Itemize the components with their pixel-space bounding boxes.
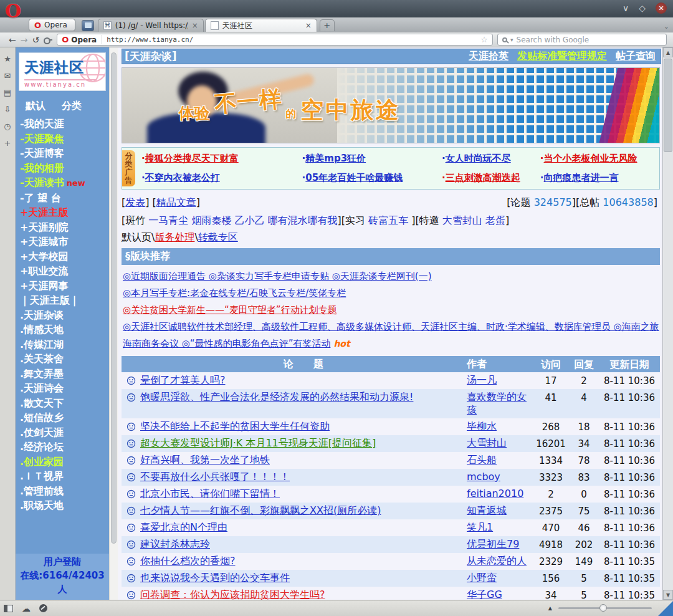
sidebar-item[interactable]: -我的相册 (20, 161, 109, 176)
tab-close-icon[interactable]: × (192, 21, 198, 30)
tab-list-chevron-icon[interactable]: ⌄ (664, 22, 669, 31)
sidebar-item[interactable]: .情感天地 (20, 322, 109, 337)
key-icon[interactable] (44, 37, 52, 42)
sidebar-item[interactable]: -了 望 台 (20, 191, 109, 206)
topic-author-link[interactable]: 笑凡1 (467, 521, 533, 534)
url-text[interactable]: http://www.tianya.cn/ (107, 36, 476, 44)
panel-icon[interactable]: ⇩ (4, 105, 11, 114)
ad-link[interactable]: ·三点刺激高潮迭起 (442, 172, 540, 184)
zoom-slider[interactable] (558, 607, 652, 609)
topic-author-link[interactable]: 小野蛮 (467, 572, 533, 585)
panel-icon[interactable]: + (4, 139, 11, 148)
resize-grip[interactable] (658, 601, 673, 616)
restore-button[interactable]: ◇ (639, 2, 646, 14)
sidebar-tab-category[interactable]: 分类 (62, 100, 82, 113)
panel-icon[interactable]: ◷ (4, 122, 11, 131)
sidebar-item[interactable]: +大学校园 (20, 249, 109, 264)
topic-title-link[interactable]: 建议封杀林志玲 (140, 538, 467, 551)
tianya-logo[interactable]: 天涯社区 www.tianya.cn (19, 52, 106, 91)
browser-tab[interactable]: 天涯社区 × (205, 19, 317, 32)
announcement-line[interactable]: ◎近期版面治理通告 ◎杂谈实力写手专栏申请专贴 ◎天涯杂谈专栏网刊(一) (123, 268, 661, 285)
online-count-link[interactable]: 在线:6164/42403人 (20, 570, 104, 595)
featured-posts-link[interactable]: 精品文章 (156, 196, 196, 208)
sidebar-item[interactable]: .天涯杂谈 (20, 308, 109, 323)
opera-turbo-icon[interactable] (39, 604, 47, 612)
sidebar-item[interactable]: .短信故乡 (20, 410, 109, 425)
announcement-line[interactable]: ◎关注贫困大学新生——“麦田守望者”行动计划专题 (123, 302, 661, 319)
sidebar-item[interactable]: .天涯诗会 (20, 381, 109, 396)
board-header-link[interactable]: 发贴标准暨管理规定 (517, 50, 607, 63)
ad-link[interactable]: ·女人时尚玩不尽 (442, 153, 540, 165)
sidebar-item[interactable]: -天涯博客 (20, 146, 109, 161)
sidebar-scrollbar[interactable] (109, 47, 118, 600)
topic-title-link[interactable]: 问卷调查：你认为应该捐助贫困大学生吗? (140, 589, 467, 600)
sidebar-item[interactable]: .关天茶舍 (20, 352, 109, 367)
ad-link[interactable]: ·精美mp3狂价 (302, 153, 442, 165)
board-page-tab[interactable]: 版务处理 (155, 231, 194, 243)
topic-title-link[interactable]: 超女大赛发型设计师J·K 本月11号现身天涯[提问征集] (140, 437, 467, 450)
moderator-segment[interactable]: 老蛋 (485, 214, 505, 226)
page-scrollbar[interactable]: ▲ ▼ (662, 47, 673, 600)
sidebar-item[interactable]: .管理前线 (20, 484, 109, 499)
board-page-tab[interactable]: 转载专区 (198, 231, 238, 243)
topic-title-link[interactable]: 不要再放什么小兵张嘎了！！！！ (140, 471, 467, 484)
sidebar-item[interactable]: .经济论坛 (20, 440, 109, 455)
board-header-link[interactable]: 帖子查询 (616, 50, 656, 63)
sidebar-item[interactable]: +天涯别院 (20, 220, 109, 235)
topic-author-link[interactable]: 汤一凡 (467, 374, 533, 387)
sidebar-item[interactable]: .散文天下 (20, 396, 109, 411)
moderator-segment[interactable]: ] (505, 214, 509, 226)
sidebar-item[interactable]: .职场天地 (20, 498, 109, 513)
sidebar-item[interactable]: +职业交流 (20, 264, 109, 279)
ad-banner[interactable]: 体验 不一样 的 空中旅途 (122, 67, 660, 143)
moderator-segment[interactable]: 哪有混水哪有我 (268, 214, 338, 226)
moderator-segment[interactable]: ][特邀 (408, 214, 442, 226)
zoom-slider-handle[interactable] (599, 604, 607, 612)
panel-toggle-icon[interactable] (4, 605, 13, 612)
topic-author-link[interactable]: 毕柳水 (467, 420, 533, 433)
sidebar-item[interactable]: -天涯聚焦 (20, 132, 109, 147)
sidebar-item[interactable]: +天涯网事 (20, 279, 109, 294)
sidebar-item[interactable]: .舞文弄墨 (20, 367, 109, 382)
sidebar-item[interactable]: .仗剑天涯 (20, 425, 109, 440)
topic-author-link[interactable]: mcboy (467, 471, 533, 483)
panel-icon[interactable]: ★ (4, 55, 11, 64)
topic-title-link[interactable]: 饱暖思淫欲、性产业合法化是经济发展的必然结果和动力源泉! (140, 391, 467, 404)
sidebar-item[interactable]: +天涯主版 (20, 205, 109, 220)
board-page-tab[interactable]: 默认页 (122, 231, 151, 243)
moderator-segment[interactable]: ][实习 (338, 214, 369, 226)
sidebar-item[interactable]: +天涯城市 (20, 234, 109, 249)
moderator-segment[interactable]: [斑竹 (122, 214, 148, 226)
sidebar-item[interactable]: ｜天涯主版｜ (20, 293, 109, 308)
topic-author-link[interactable]: 石头船 (467, 454, 533, 467)
topic-title-link[interactable]: 喜爱北京的N个理由 (140, 521, 467, 534)
moderator-segment[interactable]: 砖富五车 (368, 214, 408, 226)
panel-icon[interactable]: ▤ (4, 89, 11, 97)
close-button[interactable]: ✕ (656, 2, 667, 14)
topic-title-link[interactable]: 七夕情人节——红旗不倒、彩旗飘飘之XX招(厕所必读) (140, 504, 467, 517)
moderator-segment[interactable]: 一马青尘 (148, 214, 188, 226)
bookmark-star-icon[interactable]: ☆ (480, 35, 488, 44)
sidebar-item[interactable]: .ＩＴ视界 (20, 469, 109, 484)
announcement-line[interactable]: ◎天涯社区诚聘软件技术部经理、高级软件工程师、高级多媒体设计师、天涯社区主编、时… (123, 319, 661, 352)
topic-author-link[interactable]: 知青返城 (467, 504, 533, 517)
moderator-segment[interactable]: 烟雨秦楼 (191, 214, 231, 226)
opera-menu-button[interactable]: O Opera (29, 19, 75, 31)
topic-title-link[interactable]: 晕倒了才算美人吗? (140, 374, 467, 387)
topic-title-link[interactable]: 也来说说我今天遇到的公交车事件 (140, 572, 467, 585)
search-engine-chevron-icon[interactable]: ▾ (510, 37, 513, 43)
topic-author-link[interactable]: 大雪封山 (467, 437, 533, 450)
ad-link[interactable]: ·向疤痕患者进一言 (540, 172, 659, 184)
moderator-segment[interactable]: 乙小乙 (235, 214, 265, 226)
topic-title-link[interactable]: 好高兴啊、我第一次坐了地铁 (140, 454, 467, 467)
topic-title-link[interactable]: 北京小市民、请你们嘴下留情！ (140, 488, 467, 501)
browser-tab[interactable]: ⌘ (1) /g/ - Well https://... × (98, 19, 204, 32)
sidebar-scrollbar-thumb[interactable] (111, 52, 117, 544)
url-field[interactable]: OOpera http://www.tianya.cn/ ☆ (57, 34, 493, 46)
sidebar-item[interactable]: -我的天涯 (20, 117, 109, 132)
scroll-up-icon[interactable]: ▲ (663, 47, 673, 57)
minimize-button[interactable]: ∨ (623, 2, 629, 14)
topic-author-link[interactable]: 喜欢数学的女孩 (467, 391, 533, 417)
forward-button[interactable]: → (21, 35, 28, 45)
tab-close-icon[interactable]: × (305, 21, 312, 30)
